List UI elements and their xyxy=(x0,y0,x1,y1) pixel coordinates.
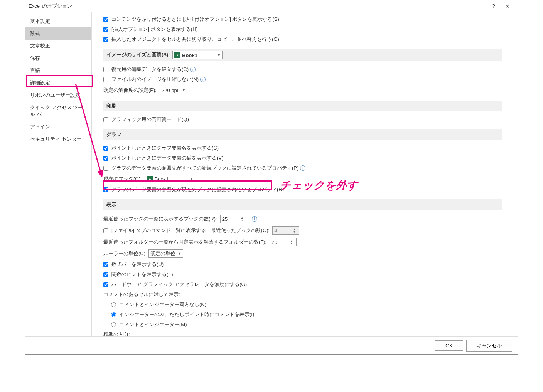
check-formula-bar[interactable]: 数式バーを表示する(U) xyxy=(103,259,502,269)
label-no-compress: ファイル内のイメージを圧縮しない(N) xyxy=(111,76,199,83)
ok-button[interactable]: OK xyxy=(435,340,463,351)
sidebar-item-trustcenter[interactable]: セキュリティ センター xyxy=(25,133,91,145)
label-comment-header: コメントのあるセルに対して表示: xyxy=(103,291,180,298)
sidebar-item-language[interactable]: 言語 xyxy=(25,64,91,77)
row-default-resolution: 既定の解像度の設定(P): 220 ppi ▼ xyxy=(103,84,502,96)
label-disable-hw: ハードウェア グラフィック アクセラレータを無効にする(G) xyxy=(111,281,247,288)
sidebar-item-formulas[interactable]: 数式 xyxy=(25,27,91,40)
label-radio-indicator: インジケーターのみ。ただしポイント時にコメントを表示(I) xyxy=(119,311,254,318)
checkbox-discard-edit[interactable] xyxy=(103,67,108,72)
checkbox-hq-graphic[interactable] xyxy=(103,117,108,122)
chevron-down-icon: ▼ xyxy=(190,177,193,181)
label-discard-edit: 復元用の編集データを破棄する(C) xyxy=(111,66,189,73)
spinner-recent-folders-value: 20 xyxy=(272,239,288,245)
label-insert-option: [挿入オプション] ボタンを表示する(H) xyxy=(111,26,198,33)
combo-resolution[interactable]: 220 ppi ▼ xyxy=(160,86,187,94)
label-hover-element: ポイントしたときにグラフ要素名を表示する(C) xyxy=(111,145,219,151)
label-all-new-book: グラフのデータ要素の参照先がすべての新規ブックに設定されているプロパティ(P) xyxy=(111,165,298,172)
chevron-down-icon: ▼ xyxy=(182,88,185,92)
combo-current-book-value: Book1 xyxy=(155,176,169,182)
cancel-button[interactable]: キャンセル xyxy=(466,340,512,352)
checkbox-file-tab[interactable] xyxy=(103,228,108,233)
section-display-title: 表示 xyxy=(103,199,502,210)
checkbox-paste-option[interactable] xyxy=(103,17,108,22)
annotation-text: チェックを外す xyxy=(280,178,358,193)
check-disable-hw[interactable]: ハードウェア グラフィック アクセラレータを無効にする(G) xyxy=(103,279,502,289)
combo-image-workbook[interactable]: X Book1 ▼ xyxy=(172,51,223,59)
label-hover-value: ポイントしたときにデータ要素の値を表示する(V) xyxy=(111,155,223,162)
sidebar-item-ribbon[interactable]: リボンのユーザー設定 xyxy=(25,89,91,101)
radio-none[interactable]: コメントとインジケーター両方なし(N) xyxy=(103,299,502,310)
check-insert-option[interactable]: [挿入オプション] ボタンを表示する(H) xyxy=(103,24,502,34)
checkbox-all-new-book[interactable] xyxy=(103,166,108,171)
combo-resolution-value: 220 ppi xyxy=(162,87,178,93)
chevron-down-icon: ▼ xyxy=(217,53,221,57)
check-cut-object[interactable]: 挿入したオブジェクトをセルと共に切り取り、コピー、並べ替えを行う(O) xyxy=(103,34,502,44)
checkbox-hover-element[interactable] xyxy=(103,146,108,151)
info-icon[interactable]: i xyxy=(200,77,206,82)
section-chart-title: グラフ xyxy=(103,129,502,140)
label-function-tips: 関数のヒントを表示する(F) xyxy=(111,271,173,278)
section-image-title: イメージのサイズと画質(S) X Book1 ▼ xyxy=(103,49,502,61)
checkbox-cut-object[interactable] xyxy=(103,37,108,42)
info-icon[interactable]: i xyxy=(190,67,196,72)
checkbox-no-compress[interactable] xyxy=(103,77,108,82)
label-file-tab: [ファイル] タブのコマンド一覧に表示する、最近使ったブックの数(Q): xyxy=(111,227,270,234)
check-all-new-book[interactable]: グラフのデータ要素の参照先がすべての新規ブックに設定されているプロパティ(P) … xyxy=(103,163,502,173)
label-default-resolution: 既定の解像度の設定(P): xyxy=(103,87,157,94)
label-formula-bar: 数式バーを表示する(U) xyxy=(111,261,164,268)
dialog-window: Excel のオプション ? ✕ 基本設定 数式 文章校正 保存 言語 詳細設定… xyxy=(25,0,518,355)
sidebar: 基本設定 数式 文章校正 保存 言語 詳細設定 リボンのユーザー設定 クイック … xyxy=(25,12,92,336)
spinner-arrows-icon[interactable]: ▲▼ xyxy=(239,216,245,222)
spinner-recent-folders[interactable]: 20 ▲▼ xyxy=(270,238,297,246)
spinner-arrows-icon[interactable]: ▲▼ xyxy=(288,239,295,245)
check-hover-element[interactable]: ポイントしたときにグラフ要素名を表示する(C) xyxy=(103,143,502,153)
radio-indicator[interactable]: インジケーターのみ。ただしポイント時にコメントを表示(I) xyxy=(103,310,502,320)
sidebar-item-proofing[interactable]: 文章校正 xyxy=(25,40,91,52)
check-no-compress[interactable]: ファイル内のイメージを圧縮しない(N) i xyxy=(103,74,502,84)
label-recent-folders: 最近使ったフォルダーの一覧から固定表示を解除するフォルダーの数(F): xyxy=(103,239,266,246)
spinner-recent-books[interactable]: 25 ▲▼ xyxy=(220,215,247,223)
sidebar-item-general[interactable]: 基本設定 xyxy=(25,15,91,27)
label-current-book-prop: グラフのデータ要素の参照先が現在のブックに設定されているプロパティ(R) xyxy=(111,186,284,193)
combo-image-workbook-value: Book1 xyxy=(182,52,197,58)
sidebar-item-save[interactable]: 保存 xyxy=(25,52,91,64)
info-icon[interactable]: i xyxy=(300,165,305,171)
radio-indicator-input[interactable] xyxy=(111,312,116,317)
check-file-tab[interactable]: [ファイル] タブのコマンド一覧に表示する、最近使ったブックの数(Q): 4 ▲… xyxy=(103,225,502,236)
checkbox-current-book-prop[interactable] xyxy=(103,187,108,192)
checkbox-hover-value[interactable] xyxy=(103,156,108,161)
sidebar-item-addins[interactable]: アドイン xyxy=(25,121,91,133)
row-recent-books: 最近使ったブックの一覧に表示するブックの数(R): 25 ▲▼ i xyxy=(103,213,502,225)
help-icon[interactable]: ? xyxy=(487,1,501,12)
check-paste-option[interactable]: コンテンツを貼り付けるときに [貼り付けオプション] ボタンを表示する(S) xyxy=(103,14,502,24)
spinner-file-tab-value: 4 xyxy=(274,228,291,234)
check-function-tips[interactable]: 関数のヒントを表示する(F) xyxy=(103,269,502,279)
row-ruler: ルーラーの単位(U) 既定の単位 ▼ xyxy=(103,248,502,259)
checkbox-function-tips[interactable] xyxy=(103,272,108,277)
radio-none-input[interactable] xyxy=(111,302,116,307)
checkbox-formula-bar[interactable] xyxy=(103,262,108,267)
combo-ruler[interactable]: 既定の単位 ▼ xyxy=(148,249,183,258)
radio-both[interactable]: コメントとインジケーター(M) xyxy=(103,320,502,330)
radio-both-input[interactable] xyxy=(111,322,116,327)
check-hq-graphic[interactable]: グラフィック用の高画質モード(Q) xyxy=(103,114,502,124)
title-text: Excel のオプション xyxy=(29,3,72,10)
section-image-label: イメージのサイズと画質(S) xyxy=(106,52,168,57)
check-hover-value[interactable]: ポイントしたときにデータ要素の値を表示する(V) xyxy=(103,153,502,163)
check-discard-edit[interactable]: 復元用の編集データを破棄する(C) i xyxy=(103,64,502,74)
row-recent-folders: 最近使ったフォルダーの一覧から固定表示を解除するフォルダーの数(F): 20 ▲… xyxy=(103,236,502,248)
combo-ruler-value: 既定の単位 xyxy=(150,250,175,257)
combo-current-book[interactable]: X Book1 ▼ xyxy=(145,175,195,183)
info-icon[interactable]: i xyxy=(252,216,257,222)
checkbox-insert-option[interactable] xyxy=(103,27,108,32)
titlebar: Excel のオプション ? ✕ xyxy=(25,0,518,12)
sidebar-item-quickaccess[interactable]: クイック アクセス ツール バー xyxy=(25,101,91,121)
content-pane: コンテンツを貼り付けるときに [貼り付けオプション] ボタンを表示する(S) [… xyxy=(92,12,518,336)
checkbox-disable-hw[interactable] xyxy=(103,282,108,287)
sidebar-item-advanced[interactable]: 詳細設定 xyxy=(25,77,91,89)
excel-icon: X xyxy=(147,176,153,182)
label-recent-books: 最近使ったブックの一覧に表示するブックの数(R): xyxy=(103,215,217,222)
close-icon[interactable]: ✕ xyxy=(501,1,514,12)
spinner-file-tab: 4 ▲▼ xyxy=(272,226,299,235)
